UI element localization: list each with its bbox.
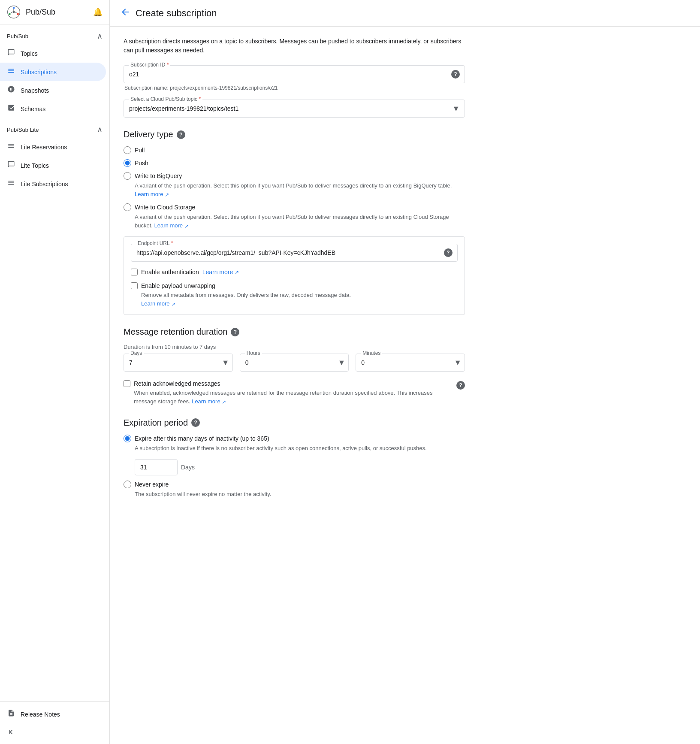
retain-ack-external-link-icon: ↗: [222, 399, 226, 405]
svg-point-3: [9, 13, 11, 15]
hours-label: Hours: [245, 350, 262, 356]
sidebar-item-lite-topics[interactable]: Lite Topics: [0, 156, 106, 175]
delivery-push-radio[interactable]: [124, 159, 131, 167]
cloud-storage-learn-more-link[interactable]: Learn more ↗: [154, 222, 189, 229]
hours-select[interactable]: 0 1: [240, 354, 349, 372]
delivery-bigquery-label[interactable]: Write to BigQuery: [124, 172, 465, 180]
topics-label: Topics: [21, 50, 38, 57]
sidebar-item-lite-subscriptions[interactable]: Lite Subscriptions: [0, 175, 106, 193]
topic-select-input[interactable]: projects/experiments-199821/topics/test1: [124, 100, 465, 118]
lite-topics-label: Lite Topics: [21, 162, 49, 169]
page-title: Create subscription: [136, 8, 217, 19]
sidebar-bottom: Release Notes: [0, 701, 109, 744]
sidebar-item-snapshots[interactable]: Snapshots: [0, 81, 106, 100]
lite-reservations-label: Lite Reservations: [21, 144, 67, 151]
retention-section: Message retention duration ?: [124, 327, 465, 337]
pubsublite-section-header: Pub/Sub Lite ∧: [0, 118, 109, 138]
lite-subscriptions-label: Lite Subscriptions: [21, 181, 68, 188]
schemas-icon: [7, 104, 15, 114]
schemas-label: Schemas: [21, 106, 45, 112]
pubsublite-section-chevron[interactable]: ∧: [97, 125, 103, 134]
sidebar-item-schemas[interactable]: Schemas: [0, 100, 106, 118]
sidebar-header: Pub/Sub 🔔: [0, 0, 109, 24]
svg-point-7: [13, 11, 15, 13]
cloud-storage-external-link-icon: ↗: [184, 223, 189, 229]
expire-days-label[interactable]: Expire after this many days of inactivit…: [124, 435, 465, 442]
release-notes-icon: [7, 709, 15, 719]
days-select[interactable]: 7 1 2 3: [124, 354, 233, 372]
svg-line-5: [15, 12, 17, 13]
delivery-pull-label[interactable]: Pull: [124, 146, 465, 154]
delivery-push-label[interactable]: Push: [124, 159, 465, 167]
bigquery-learn-more-link[interactable]: Learn more ↗: [135, 191, 169, 197]
endpoint-url-field: Endpoint URL * ?: [131, 244, 458, 262]
notification-bell-icon[interactable]: 🔔: [93, 7, 103, 17]
pubsub-logo: [7, 5, 21, 19]
never-expire-description: The subscription will never expire no ma…: [124, 490, 465, 499]
lite-reservations-icon: [7, 142, 15, 152]
enable-auth-learn-more-link[interactable]: Learn more ↗: [202, 269, 239, 275]
enable-auth-checkbox[interactable]: [131, 269, 138, 275]
endpoint-url-input[interactable]: [131, 244, 458, 262]
never-expire-label[interactable]: Never expire: [124, 481, 465, 488]
enable-payload-learn-more-link[interactable]: Learn more ↗: [141, 300, 175, 307]
never-expire-radio[interactable]: [124, 481, 131, 488]
subscription-id-help-icon[interactable]: ?: [451, 70, 460, 79]
sidebar-item-release-notes[interactable]: Release Notes: [0, 705, 106, 723]
retain-ack-checkbox[interactable]: [124, 380, 130, 387]
expire-days-description: A subscription is inactive if there is n…: [124, 444, 465, 453]
delivery-bigquery-radio[interactable]: [124, 172, 131, 180]
never-expire-item: Never expire The subscription will never…: [124, 481, 465, 499]
retain-ack-help-icon[interactable]: ?: [456, 381, 465, 390]
hours-field: Hours 0 1 ▼: [240, 354, 349, 372]
enable-auth-label[interactable]: Enable authentication Learn more ↗: [131, 269, 458, 275]
retention-description: Duration is from 10 minutes to 7 days: [124, 344, 465, 350]
retain-ack-description: When enabled, acknowledged messages are …: [124, 389, 456, 405]
minutes-field: Minutes 0 10 ▼: [356, 354, 465, 372]
delivery-cloud-storage-item: Write to Cloud Storage A variant of the …: [124, 203, 465, 230]
retain-ack-label[interactable]: Retain acknowledged messages: [124, 380, 456, 387]
topics-icon: [7, 48, 15, 58]
sidebar-item-topics[interactable]: Topics: [0, 44, 106, 63]
delivery-cloud-storage-radio[interactable]: [124, 203, 131, 211]
subscription-id-hint: Subscription name: projects/experiments-…: [124, 85, 465, 91]
enable-payload-checkbox[interactable]: [131, 282, 138, 289]
expiry-days-input[interactable]: [135, 459, 178, 475]
pubsub-section-chevron[interactable]: ∧: [97, 31, 103, 41]
retention-help-icon[interactable]: ?: [231, 328, 239, 336]
sidebar-item-lite-reservations[interactable]: Lite Reservations: [0, 138, 106, 156]
sidebar-collapse-button[interactable]: [0, 723, 109, 741]
topic-select-field: Select a Cloud Pub/Sub topic * projects/…: [124, 100, 465, 118]
days-label: Days: [129, 350, 144, 356]
subscriptions-label: Subscriptions: [21, 69, 57, 76]
delivery-push-item: Push: [124, 159, 465, 167]
enable-payload-label[interactable]: Enable payload unwrapping: [131, 282, 458, 289]
subscription-id-input[interactable]: [124, 65, 465, 83]
expiration-help-icon[interactable]: ?: [191, 418, 200, 427]
delivery-pull-radio[interactable]: [124, 146, 131, 154]
back-button[interactable]: [120, 7, 130, 19]
expire-days-radio[interactable]: [124, 435, 131, 442]
expiration-section: Expiration period ?: [124, 418, 465, 428]
pubsub-section-header: Pub/Sub ∧: [0, 24, 109, 44]
duration-row: Days 7 1 2 3 ▼ Hours 0 1 ▼ Min: [124, 354, 465, 372]
minutes-select[interactable]: 0 10: [356, 354, 465, 372]
release-notes-label: Release Notes: [21, 711, 60, 718]
form-description: A subscription directs messages on a top…: [124, 37, 465, 55]
form-content: A subscription directs messages on a top…: [110, 27, 479, 509]
bigquery-external-link-icon: ↗: [165, 191, 169, 197]
subscription-id-label: Subscription ID *: [129, 62, 170, 68]
delivery-bigquery-item: Write to BigQuery A variant of the push …: [124, 172, 465, 198]
enable-auth-group: Enable authentication Learn more ↗: [131, 269, 458, 275]
svg-line-6: [10, 12, 12, 13]
topic-select-group: Select a Cloud Pub/Sub topic * projects/…: [124, 100, 465, 118]
delivery-cloud-storage-label[interactable]: Write to Cloud Storage: [124, 203, 465, 211]
page-header: Create subscription: [110, 0, 700, 27]
expiry-input-row: Days: [135, 459, 465, 475]
snapshots-label: Snapshots: [21, 87, 49, 94]
endpoint-url-help-icon[interactable]: ?: [444, 248, 453, 257]
retain-ack-learn-more-link[interactable]: Learn more ↗: [192, 398, 226, 405]
enable-payload-external-link-icon: ↗: [171, 301, 175, 307]
sidebar-item-subscriptions[interactable]: Subscriptions: [0, 63, 106, 81]
delivery-type-help-icon[interactable]: ?: [177, 130, 185, 139]
